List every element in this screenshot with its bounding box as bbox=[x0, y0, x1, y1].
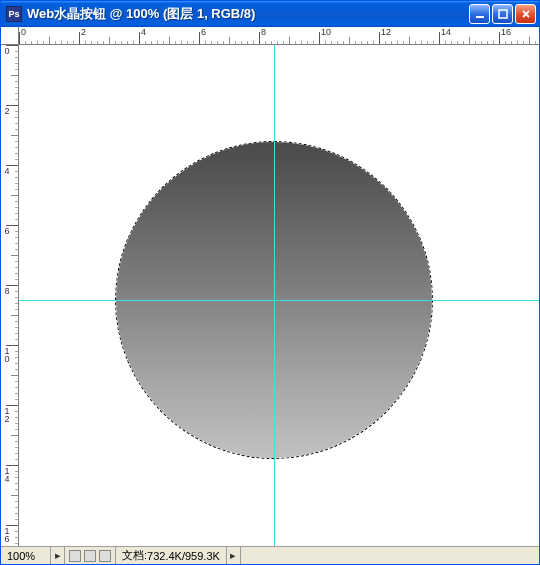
close-button[interactable] bbox=[515, 4, 536, 24]
status-icon-3[interactable] bbox=[99, 550, 111, 562]
ruler-label: 16 bbox=[501, 27, 511, 37]
ruler-label: 6 bbox=[2, 226, 11, 234]
doc-label: 文档: bbox=[122, 548, 147, 563]
document-window: Ps Web水晶按钮 @ 100% (图层 1, RGB/8) 02468101… bbox=[0, 0, 540, 565]
doc-info-arrow[interactable]: ▸ bbox=[227, 547, 241, 564]
ruler-label: 16 bbox=[2, 526, 11, 542]
app-icon: Ps bbox=[6, 6, 22, 22]
vertical-guide[interactable] bbox=[274, 45, 275, 546]
ruler-label: 4 bbox=[141, 27, 146, 37]
horizontal-guide[interactable] bbox=[19, 300, 539, 301]
workspace: 0246810121416 0246810121416 100% ▸ 文档: 7… bbox=[1, 27, 539, 564]
document-size[interactable]: 文档: 732.4K/959.3K bbox=[116, 547, 227, 564]
ruler-label: 6 bbox=[201, 27, 206, 37]
ruler-label: 8 bbox=[2, 286, 11, 294]
ruler-label: 14 bbox=[441, 27, 451, 37]
svg-rect-1 bbox=[499, 10, 507, 18]
ruler-label: 2 bbox=[2, 106, 11, 114]
ruler-origin[interactable] bbox=[1, 27, 19, 45]
doc-value: 732.4K/959.3K bbox=[147, 550, 220, 562]
ruler-label: 0 bbox=[21, 27, 26, 37]
ruler-label: 2 bbox=[81, 27, 86, 37]
zoom-level[interactable]: 100% bbox=[1, 547, 51, 564]
vertical-ruler[interactable]: 0246810121416 bbox=[1, 45, 19, 546]
title-bar[interactable]: Ps Web水晶按钮 @ 100% (图层 1, RGB/8) bbox=[1, 1, 539, 27]
zoom-menu-arrow[interactable]: ▸ bbox=[51, 547, 65, 564]
canvas[interactable] bbox=[19, 45, 539, 546]
ruler-label: 10 bbox=[2, 346, 11, 362]
status-bar: 100% ▸ 文档: 732.4K/959.3K ▸ bbox=[1, 546, 539, 564]
status-icon-group bbox=[65, 547, 116, 564]
ruler-label: 12 bbox=[381, 27, 391, 37]
maximize-icon bbox=[498, 9, 508, 19]
app-icon-label: Ps bbox=[8, 9, 19, 19]
chevron-right-icon: ▸ bbox=[55, 549, 61, 562]
svg-rect-0 bbox=[476, 16, 484, 18]
minimize-button[interactable] bbox=[469, 4, 490, 24]
minimize-icon bbox=[475, 9, 485, 19]
status-icon-2[interactable] bbox=[84, 550, 96, 562]
ruler-label: 0 bbox=[2, 46, 11, 54]
maximize-button[interactable] bbox=[492, 4, 513, 24]
chevron-right-icon: ▸ bbox=[230, 549, 236, 562]
status-icon-1[interactable] bbox=[69, 550, 81, 562]
ruler-label: 8 bbox=[261, 27, 266, 37]
window-title: Web水晶按钮 @ 100% (图层 1, RGB/8) bbox=[27, 5, 469, 23]
ruler-label: 10 bbox=[321, 27, 331, 37]
window-controls bbox=[469, 4, 536, 24]
ruler-label: 14 bbox=[2, 466, 11, 482]
ruler-label: 4 bbox=[2, 166, 11, 174]
horizontal-ruler[interactable]: 0246810121416 bbox=[19, 27, 539, 45]
close-icon bbox=[521, 9, 531, 19]
ruler-label: 12 bbox=[2, 406, 11, 422]
